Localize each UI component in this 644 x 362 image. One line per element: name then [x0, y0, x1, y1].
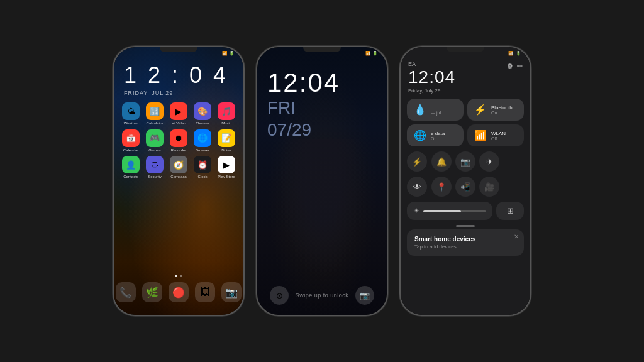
lock-day: FRI [267, 99, 377, 118]
cc-smart-home-close[interactable]: ✕ [514, 233, 519, 240]
cc-mobile-icon: 🌐 [413, 129, 427, 141]
app-icon: 🎵 [218, 102, 235, 120]
cc-smart-home-sub: Tap to add devices [414, 244, 516, 250]
lock-app-icon[interactable]: 📷 [355, 286, 374, 305]
cc-bell-btn[interactable]: 🔔 [431, 151, 452, 172]
cc-spacer-1 [504, 151, 524, 172]
app-item[interactable]: 🎨 Themes [192, 102, 213, 126]
app-label: Mi Video [171, 121, 186, 126]
app-label: Weather [124, 121, 138, 126]
app-item[interactable]: 🎵 Music [216, 102, 237, 126]
lock-time: 12:04 [267, 70, 377, 96]
cc-smart-home-card[interactable]: Smart home devices Tap to add devices ✕ [407, 229, 524, 256]
app-item[interactable]: ▶ Mi Video [168, 102, 189, 126]
app-item[interactable]: 📅 Calendar [120, 129, 142, 153]
app-item[interactable]: 🎮 Games [144, 129, 165, 153]
app-item[interactable]: 🌤 Weather [120, 102, 142, 126]
app-label: Contacts [123, 175, 138, 179]
app-label: Security [148, 175, 162, 179]
app-icon: 📝 [218, 129, 235, 147]
status-bar-2: 📶 🔋 [257, 47, 387, 57]
cc-brightness-fill [423, 210, 461, 212]
cc-brightness-icon: ☀ [413, 207, 419, 215]
cc-slider-row: ☀ ⊞ [401, 199, 530, 222]
cc-tile-data[interactable]: 💧 ... — jul... [407, 99, 464, 121]
dock-icon[interactable]: 🌿 [142, 282, 162, 302]
dock-icon[interactable]: 🖼 [195, 282, 215, 302]
cc-tile-mobile[interactable]: 🌐 e data On [407, 124, 464, 146]
wallpaper-figure [278, 139, 366, 277]
cc-camera-btn[interactable]: 📷 [455, 151, 475, 172]
app-item[interactable]: ⏰ Clock [192, 156, 213, 179]
cc-icon-row-1: ⚡ 🔔 📷 ✈ [401, 149, 530, 174]
app-label: Notes [221, 148, 231, 153]
page-dot-2 [180, 275, 182, 277]
cc-tile-3-status: On [431, 136, 445, 141]
dock-icon[interactable]: 📞 [116, 282, 136, 302]
app-item[interactable]: 🌐 Browser [192, 129, 213, 153]
app-item[interactable]: 🛡 Security [144, 156, 165, 179]
dock-icon[interactable]: 🔴 [169, 282, 189, 302]
app-icon: 🎮 [146, 129, 164, 147]
app-item[interactable]: 🧭 Compass [168, 156, 189, 179]
lock-camera-icon[interactable]: ⊙ [270, 286, 289, 305]
phone-home: 📶 🔋 1 2 : 0 4 FRIDAY, JUL 29 🌤 Weather 🔢… [113, 46, 245, 316]
cc-tile-4-name: WLAN [491, 131, 506, 136]
cc-tile-bluetooth[interactable]: ⚡ Bluetooth On [467, 99, 524, 121]
cc-flash-btn[interactable]: ⚡ [407, 151, 427, 172]
page-dots [175, 275, 182, 277]
app-label: Calendar [123, 148, 138, 153]
cc-divider [456, 225, 475, 227]
cc-video-btn[interactable]: 🎥 [479, 177, 499, 197]
phone-control-center: 📶 🔋 EA 12:04 Friday, July 29 ⚙ ✏ 💧 ... —… [399, 46, 531, 316]
app-item[interactable]: 📝 Notes [216, 129, 237, 153]
cc-header-actions: ⚙ ✏ [507, 62, 523, 70]
dock-icon[interactable]: 📷 [221, 282, 242, 302]
cc-smart-home-title: Smart home devices [414, 236, 516, 243]
cc-status-battery: 🔋 [516, 51, 521, 56]
cc-tile-3-name: e data [431, 131, 445, 136]
home-time: 1 2 : 0 4 [124, 62, 233, 89]
cc-tile-1-text: ... — jul... [431, 105, 445, 115]
cc-status-signal: 📶 [508, 51, 514, 56]
cc-settings-icon[interactable]: ⚙ [507, 62, 513, 70]
app-item[interactable]: ▶ Play Store [216, 156, 237, 179]
status-icons-1: 📶 🔋 [222, 51, 235, 56]
app-label: Music [221, 121, 231, 126]
app-icon: ▶ [170, 102, 187, 120]
cc-airplane-btn[interactable]: ✈ [479, 151, 499, 172]
app-icon: 🌐 [194, 129, 211, 147]
cc-nfc-btn[interactable]: 📲 [455, 177, 475, 197]
app-item[interactable]: ⏺ Recorder [168, 129, 189, 153]
cc-location-btn[interactable]: 📍 [431, 177, 452, 197]
cc-tile-2-status: On [491, 111, 513, 115]
app-icon: 🧭 [170, 156, 187, 173]
app-grid: 🌤 Weather 🔢 Calculator ▶ Mi Video 🎨 Them… [114, 97, 243, 184]
app-label: Themes [196, 121, 209, 126]
cc-edit-icon[interactable]: ✏ [517, 62, 523, 70]
cc-bluetooth-icon: ⚡ [474, 104, 487, 116]
app-item[interactable]: 🔢 Calculator [144, 102, 165, 126]
cc-quick-tiles: 💧 ... — jul... ⚡ Bluetooth On 🌐 e data O… [401, 96, 530, 149]
cc-brightness-slider[interactable]: ☀ [407, 202, 492, 220]
app-item[interactable]: 👤 Contacts [120, 156, 142, 179]
app-icon: 🛡 [146, 156, 164, 173]
app-label: Games [148, 148, 160, 153]
cc-tile-3-text: e data On [431, 131, 445, 141]
cc-status-bar: 📶 🔋 [401, 47, 530, 56]
cc-brightness-bar [423, 210, 486, 212]
cc-tile-1-name: ... [431, 105, 445, 111]
app-label: Calculator [146, 121, 163, 126]
cc-privacy-btn[interactable]: 👁 [407, 177, 427, 197]
cc-tile-2-text: Bluetooth On [491, 105, 513, 115]
cc-icon-row-2: 👁 📍 📲 🎥 [401, 174, 530, 199]
cc-data-icon: 💧 [413, 104, 427, 116]
cc-tile-2-name: Bluetooth [491, 105, 513, 111]
app-icon: ⏺ [170, 129, 187, 147]
cc-wlan-icon: 📶 [474, 129, 487, 141]
cc-user-label: EA [408, 61, 455, 67]
cc-header: EA 12:04 Friday, July 29 ⚙ ✏ [401, 56, 530, 96]
cc-grid-btn[interactable]: ⊞ [496, 202, 524, 220]
cc-tile-wlan[interactable]: 📶 WLAN Off [467, 124, 524, 146]
lock-clock: 12:04 FRI 07/29 [257, 57, 387, 143]
